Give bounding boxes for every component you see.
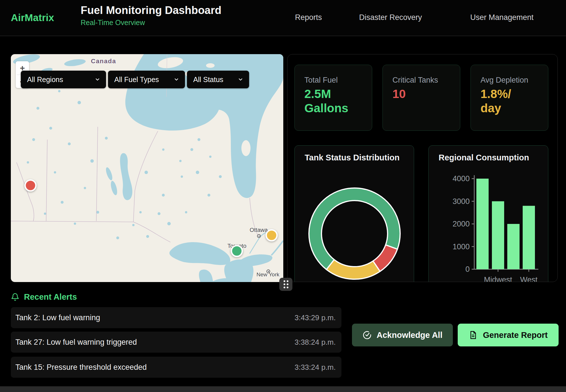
status-filter-value: All Status [193,75,223,84]
check-circle-icon [363,330,372,340]
stat-value: 10 [392,87,460,101]
metrics-panel: Total Fuel 2.5MGallons Critical Tanks 10… [287,54,558,282]
region-filter-value: All Regions [27,75,63,84]
status-filter-dropdown[interactable]: All Status [187,71,249,88]
stat-label: Avg Depletion [481,76,548,85]
nav-item-user-management[interactable]: User Management [470,13,534,22]
yellow-tank-marker[interactable] [266,229,278,242]
regional-consumption-bar-chart: 01000200030004000MidwestWest [429,146,549,282]
svg-text:1000: 1000 [453,242,470,251]
region-filter-dropdown[interactable]: All Regions [21,71,106,88]
stat-value: 1.8%/day [481,87,548,116]
alert-message: Tank 27: Low fuel warning triggered [15,338,137,347]
new-york-city-dot-icon [266,270,270,273]
grid-dots-icon [284,280,288,288]
recent-alerts-title: Recent Alerts [24,292,77,302]
svg-text:0: 0 [465,265,470,273]
alert-timestamp: 3:43:29 p.m. [294,313,336,322]
stat-label: Critical Tanks [392,76,460,85]
green-tank-marker[interactable] [231,245,243,257]
tank-status-donut-chart [295,146,414,282]
stat-value: 2.5MGallons [304,87,372,116]
generate-report-label: Generate Report [483,330,547,340]
svg-text:4000: 4000 [453,174,470,183]
generate-report-button[interactable]: Generate Report [458,324,559,346]
red-tank-marker[interactable] [25,179,37,192]
tank-status-distribution-card: Tank Status Distribution [294,145,414,282]
chevron-down-icon [238,77,243,82]
map-drag-handle-button[interactable] [279,278,292,291]
ottawa-city-dot-icon [257,234,261,238]
chevron-down-icon [95,77,100,82]
title-block: Fuel Monitoring Dashboard Real-Time Over… [81,4,221,27]
svg-text:Midwest: Midwest [484,275,512,282]
stat-card-total-fuel: Total Fuel 2.5MGallons [294,65,372,131]
stat-card-critical-tanks: Critical Tanks 10 [382,65,460,131]
alert-timestamp: 3:38:24 p.m. [294,338,336,347]
svg-text:2000: 2000 [453,220,470,228]
stat-label: Total Fuel [304,76,372,85]
alert-timestamp: 3:33:24 p.m. [294,363,336,372]
fuel-tank-map[interactable]: Canada Ottawa Toronto New York + − All R… [11,54,283,282]
nav-item-disaster-recovery[interactable]: Disaster Recovery [359,13,422,22]
fuel-type-filter-dropdown[interactable]: All Fuel Types [108,71,185,88]
stat-card-avg-depletion: Avg Depletion 1.8%/day [471,65,548,131]
alert-row[interactable]: Tank 15: Pressure threshold exceeded 3:3… [11,357,341,378]
map-label-ottawa: Ottawa [250,227,268,233]
fuel-monitoring-dashboard: AirMatrix Fuel Monitoring Dashboard Real… [0,0,566,392]
map-filter-bar: All Regions All Fuel Types All Status [21,71,249,88]
fuel-type-filter-value: All Fuel Types [114,75,159,84]
acknowledge-all-button[interactable]: Acknowledge All [352,324,453,346]
svg-text:West: West [520,275,538,282]
alert-message: Tank 2: Low fuel warning [15,313,100,322]
svg-text:3000: 3000 [453,197,470,206]
nav-item-reports[interactable]: Reports [295,13,322,22]
header-bar: AirMatrix Fuel Monitoring Dashboard Real… [0,0,566,36]
alert-row[interactable]: Tank 2: Low fuel warning 3:43:29 p.m. [11,307,341,328]
regional-consumption-card: Regional Consumption 01000200030004000Mi… [428,145,548,282]
file-text-icon [469,330,478,340]
alert-message: Tank 15: Pressure threshold exceeded [15,363,147,372]
page-title: Fuel Monitoring Dashboard [81,4,221,17]
page-subtitle: Real-Time Overview [81,19,221,27]
brand-logo: AirMatrix [11,12,54,23]
bottom-bar [0,386,566,392]
recent-alerts-heading: Recent Alerts [11,292,77,302]
map-label-canada: Canada [91,58,116,65]
acknowledge-all-label: Acknowledge All [377,330,443,340]
alert-row[interactable]: Tank 27: Low fuel warning triggered 3:38… [11,332,341,353]
chevron-down-icon [174,77,179,82]
bell-icon [11,293,19,301]
